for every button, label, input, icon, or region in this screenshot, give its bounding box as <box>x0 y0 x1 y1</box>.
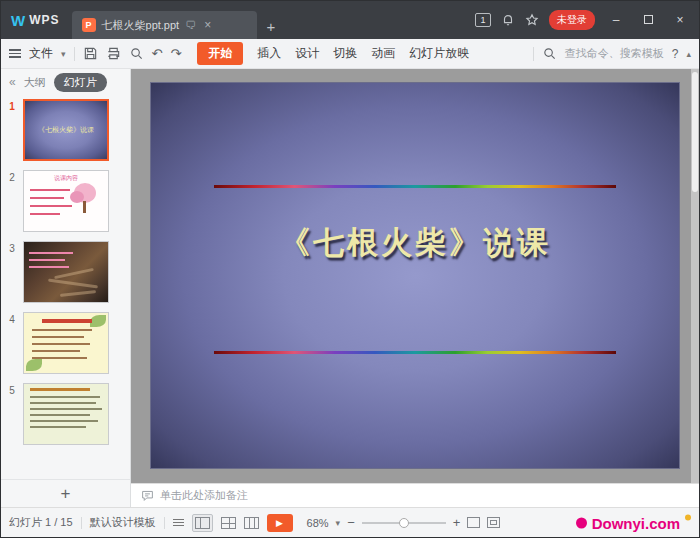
statusbar-separator <box>81 517 82 529</box>
zoom-in-button[interactable]: + <box>453 515 461 530</box>
redo-icon[interactable]: ↷ <box>170 46 181 61</box>
thumbnail-row: 5 <box>1 383 130 445</box>
slide-number: 1 <box>1 99 23 112</box>
notes-bar[interactable]: 单击此处添加备注 <box>131 483 699 507</box>
thumb2-title: 说课内容 <box>24 174 108 183</box>
slide-thumbnail-5[interactable] <box>23 383 109 445</box>
save-icon[interactable] <box>83 46 98 61</box>
titlebar: W WPS P 七根火柴ppt.ppt 🗨 × + 1 未登录 – × <box>1 1 699 39</box>
vertical-scrollbar[interactable] <box>691 69 699 483</box>
collapse-panel-icon[interactable]: « <box>9 75 16 89</box>
new-tab-button[interactable]: + <box>257 18 286 39</box>
maximize-button[interactable] <box>637 13 659 27</box>
current-slide[interactable]: 《七根火柴》说课 <box>151 83 679 468</box>
slide-counter: 幻灯片 1 / 15 <box>9 515 73 530</box>
ribbon-tabs: 开始 插入 设计 切换 动画 幻灯片放映 <box>197 42 469 65</box>
ribbon-separator <box>74 47 75 61</box>
slide-panel: « 大纲 幻灯片 1 《七根火柴》说课 2 说课内容 <box>1 69 131 507</box>
thumbnail-list: 1 《七根火柴》说课 2 说课内容 <box>1 95 130 479</box>
search-icon[interactable] <box>542 46 557 61</box>
slide-number: 2 <box>1 170 23 183</box>
thumbnail-row: 2 说课内容 <box>1 170 130 232</box>
watermark-text: Downyi.com <box>592 514 680 531</box>
close-button[interactable]: × <box>669 13 691 27</box>
play-icon: ▶ <box>276 518 283 528</box>
plus-icon: + <box>61 484 71 504</box>
thumb1-title: 《七根火柴》说课 <box>25 125 107 135</box>
file-menu[interactable]: 文件 <box>29 45 53 62</box>
thumb2-textline <box>30 205 72 207</box>
slide-sorter-view-icon[interactable] <box>221 517 236 529</box>
ribbon-right: 查找命令、搜索模板 ? ▴ <box>533 46 691 61</box>
wps-logo[interactable]: W WPS <box>1 1 72 39</box>
tab-insert[interactable]: 插入 <box>257 45 281 62</box>
thumbnail-row: 3 <box>1 241 130 303</box>
login-button[interactable]: 未登录 <box>549 10 595 30</box>
zoom-slider-knob[interactable] <box>399 518 409 528</box>
notes-toggle-icon[interactable] <box>173 519 184 527</box>
design-template-label[interactable]: 默认设计模板 <box>90 515 156 530</box>
tab-close-icon[interactable]: × <box>202 18 213 32</box>
normal-view-icon <box>195 517 210 529</box>
maximize-icon <box>644 15 653 24</box>
star-icon[interactable] <box>525 13 539 27</box>
wps-presentation-window: W WPS P 七根火柴ppt.ppt 🗨 × + 1 未登录 – × 文件 ▾… <box>0 0 700 538</box>
undo-icon[interactable]: ↶ <box>152 46 163 61</box>
file-menu-caret-icon[interactable]: ▾ <box>61 49 66 59</box>
print-preview-icon[interactable] <box>129 46 144 61</box>
slide-number: 4 <box>1 312 23 325</box>
ppt-file-icon: P <box>82 18 96 32</box>
thumb2-tree-image <box>70 183 100 213</box>
reading-view-icon[interactable] <box>244 517 259 529</box>
add-slide-button[interactable]: + <box>1 479 130 507</box>
tab-home[interactable]: 开始 <box>197 42 243 65</box>
help-icon[interactable]: ? <box>672 47 679 61</box>
zoom-out-button[interactable]: − <box>347 515 355 530</box>
play-slideshow-button[interactable]: ▶ <box>267 514 293 532</box>
zoom-caret-icon[interactable]: ▾ <box>336 518 341 528</box>
divider-line-top <box>214 185 615 188</box>
slide-thumbnail-1[interactable]: 《七根火柴》说课 <box>23 99 109 161</box>
zoom-level[interactable]: 68% <box>307 517 329 529</box>
print-icon[interactable] <box>106 46 121 61</box>
scrollbar-thumb[interactable] <box>692 72 698 192</box>
menu-icon[interactable] <box>9 49 21 58</box>
slide-title-text[interactable]: 《七根火柴》说课 <box>151 222 679 264</box>
statusbar-separator <box>164 517 165 529</box>
tab-animation[interactable]: 动画 <box>371 45 395 62</box>
thumb2-textline <box>30 197 64 199</box>
fit-to-window-icon[interactable] <box>467 517 480 528</box>
slide-thumbnail-2[interactable]: 说课内容 <box>23 170 109 232</box>
search-input[interactable]: 查找命令、搜索模板 <box>565 46 664 61</box>
statusbar: 幻灯片 1 / 15 默认设计模板 ▶ 68% ▾ − + Downyi.com <box>1 507 699 537</box>
titlebar-right-controls: 1 未登录 – × <box>475 1 699 39</box>
content-area: « 大纲 幻灯片 1 《七根火柴》说课 2 说课内容 <box>1 69 699 507</box>
thumbnail-row: 4 <box>1 312 130 374</box>
bell-icon[interactable] <box>501 13 515 27</box>
zoom-slider[interactable] <box>362 522 446 524</box>
tab-slides[interactable]: 幻灯片 <box>54 73 107 92</box>
fullscreen-icon[interactable] <box>487 517 500 528</box>
watermark-dot-icon <box>576 517 587 528</box>
collapse-ribbon-icon[interactable]: ▴ <box>686 49 691 59</box>
window-count-badge[interactable]: 1 <box>475 13 491 27</box>
slide-thumbnail-4[interactable] <box>23 312 109 374</box>
slide-thumbnail-3[interactable] <box>23 241 109 303</box>
zoom-controls: 68% ▾ − + <box>307 515 501 530</box>
normal-view-button[interactable] <box>192 514 213 532</box>
slide-canvas-area: 《七根火柴》说课 <box>131 69 699 483</box>
ribbon-separator <box>533 47 534 61</box>
tab-transitions[interactable]: 切换 <box>333 45 357 62</box>
notes-icon <box>141 489 154 502</box>
tab-slideshow[interactable]: 幻灯片放映 <box>409 45 469 62</box>
minimize-button[interactable]: – <box>605 13 627 27</box>
document-tab[interactable]: P 七根火柴ppt.ppt 🗨 × <box>72 11 257 39</box>
ribbon: 文件 ▾ ↶ ↷ 开始 插入 设计 切换 动画 幻灯片放映 查找命令、搜索模板 … <box>1 39 699 69</box>
wps-logo-label: WPS <box>29 13 59 27</box>
watermark: Downyi.com <box>576 514 691 531</box>
tab-outline[interactable]: 大纲 <box>24 75 46 90</box>
tab-design[interactable]: 设计 <box>295 45 319 62</box>
watermark-small-dot-icon <box>685 514 691 520</box>
thumbnail-row: 1 《七根火柴》说课 <box>1 99 130 161</box>
comment-icon[interactable]: 🗨 <box>185 20 196 31</box>
